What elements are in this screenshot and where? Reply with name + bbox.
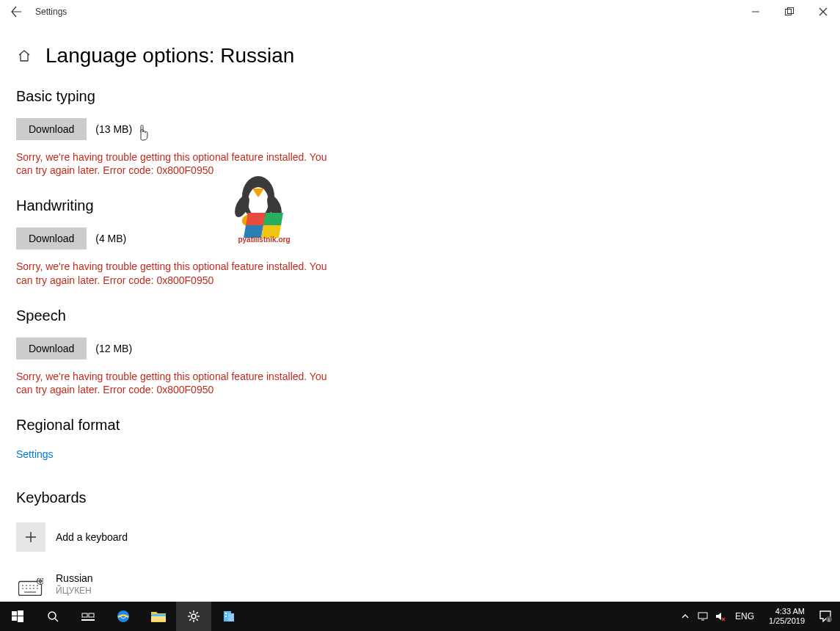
svg-point-27 xyxy=(48,612,56,619)
back-button[interactable] xyxy=(0,0,32,23)
gear-icon xyxy=(187,610,200,623)
svg-rect-46 xyxy=(225,613,227,614)
svg-line-41 xyxy=(197,619,198,621)
action-center-icon: 1 xyxy=(819,610,832,623)
section-keyboards-title: Keyboards xyxy=(16,489,824,506)
taskbar-file-explorer-button[interactable] xyxy=(141,602,176,631)
taskbar-ie-button[interactable] xyxy=(106,602,141,631)
svg-rect-29 xyxy=(82,613,87,617)
page-header: Language options: Russian xyxy=(0,23,840,81)
keyboard-item-russian[interactable]: Russian ЙЦУКЕН xyxy=(16,569,824,605)
svg-rect-47 xyxy=(225,616,227,617)
section-regional-format-title: Regional format xyxy=(16,417,824,434)
svg-line-42 xyxy=(197,612,198,613)
titlebar: Settings xyxy=(0,0,840,23)
keyboard-icon xyxy=(16,572,45,602)
basic-typing-size: (13 MB) xyxy=(95,123,132,135)
task-view-button[interactable] xyxy=(70,602,106,631)
add-keyboard-row[interactable]: Add a keyboard xyxy=(16,519,824,555)
page-content: Basic typing Download (13 MB) Sorry, we'… xyxy=(0,88,840,605)
svg-line-40 xyxy=(189,612,191,613)
back-arrow-icon xyxy=(10,6,22,18)
section-basic-typing-title: Basic typing xyxy=(16,88,824,105)
keyboard-item-layout: ЙЦУКЕН xyxy=(56,586,93,596)
svg-point-35 xyxy=(191,614,196,619)
svg-rect-1 xyxy=(786,10,792,15)
tray-volume-muted-icon[interactable] xyxy=(715,610,726,622)
basic-typing-download-row: Download (13 MB) xyxy=(16,118,824,140)
search-button[interactable] xyxy=(35,602,70,631)
task-view-icon xyxy=(81,610,95,622)
windows-logo-icon xyxy=(12,610,23,622)
file-explorer-icon xyxy=(151,610,166,622)
add-keyboard-plus-icon xyxy=(16,522,45,552)
svg-rect-24 xyxy=(18,610,23,616)
keyboard-item-text: Russian ЙЦУКЕН xyxy=(56,572,93,596)
svg-rect-48 xyxy=(698,613,707,619)
speech-download-button[interactable]: Download xyxy=(16,338,87,360)
basic-typing-download-button[interactable]: Download xyxy=(16,118,87,140)
tray-language-indicator[interactable]: ENG xyxy=(732,611,757,621)
close-button[interactable] xyxy=(806,0,840,23)
add-keyboard-label: Add a keyboard xyxy=(56,531,128,543)
speech-size: (12 MB) xyxy=(95,343,132,354)
svg-line-28 xyxy=(55,619,58,621)
close-icon xyxy=(819,7,828,16)
svg-rect-25 xyxy=(12,616,17,621)
minimize-button[interactable] xyxy=(739,0,773,23)
svg-rect-45 xyxy=(228,613,234,621)
home-button[interactable] xyxy=(16,48,32,64)
svg-rect-30 xyxy=(89,613,94,617)
regional-format-settings-link[interactable]: Settings xyxy=(16,448,54,460)
taskbar: ENG 4:33 AM 1/25/2019 1 xyxy=(0,602,840,631)
maximize-button[interactable] xyxy=(773,0,806,23)
home-icon xyxy=(17,48,32,63)
section-speech-title: Speech xyxy=(16,307,824,324)
handwriting-error: Sorry, we're having trouble getting this… xyxy=(16,260,332,286)
internet-explorer-icon xyxy=(115,608,131,624)
search-icon xyxy=(47,610,59,622)
handwriting-download-button[interactable]: Download xyxy=(16,227,87,249)
taskbar-date: 1/25/2019 xyxy=(769,616,805,626)
tray-area: ENG xyxy=(673,610,763,622)
maximize-icon xyxy=(785,7,794,16)
handwriting-download-row: Download (4 MB) xyxy=(16,227,824,249)
taskbar-server-manager-button[interactable] xyxy=(211,602,246,631)
basic-typing-error: Sorry, we're having trouble getting this… xyxy=(16,150,332,177)
start-button[interactable] xyxy=(0,602,35,631)
taskbar-settings-button[interactable] xyxy=(176,602,211,631)
speech-download-row: Download (12 MB) xyxy=(16,338,824,360)
speech-error: Sorry, we're having trouble getting this… xyxy=(16,370,332,396)
svg-rect-26 xyxy=(18,616,23,622)
action-center-button[interactable]: 1 xyxy=(811,602,840,631)
svg-line-43 xyxy=(189,619,191,621)
handwriting-size: (4 MB) xyxy=(95,233,126,244)
section-handwriting-title: Handwriting xyxy=(16,197,824,214)
keyboard-item-name: Russian xyxy=(56,572,93,584)
taskbar-time: 4:33 AM xyxy=(769,607,805,616)
page-title: Language options: Russian xyxy=(45,44,294,68)
tray-remote-icon[interactable] xyxy=(697,610,709,622)
minimize-icon xyxy=(751,7,760,16)
server-manager-icon xyxy=(222,610,235,623)
tray-chevron-icon[interactable] xyxy=(679,610,691,622)
svg-rect-23 xyxy=(12,611,17,616)
taskbar-clock[interactable]: 4:33 AM 1/25/2019 xyxy=(763,607,811,626)
svg-rect-34 xyxy=(151,614,166,616)
svg-rect-2 xyxy=(788,8,794,14)
window-title: Settings xyxy=(32,7,67,17)
